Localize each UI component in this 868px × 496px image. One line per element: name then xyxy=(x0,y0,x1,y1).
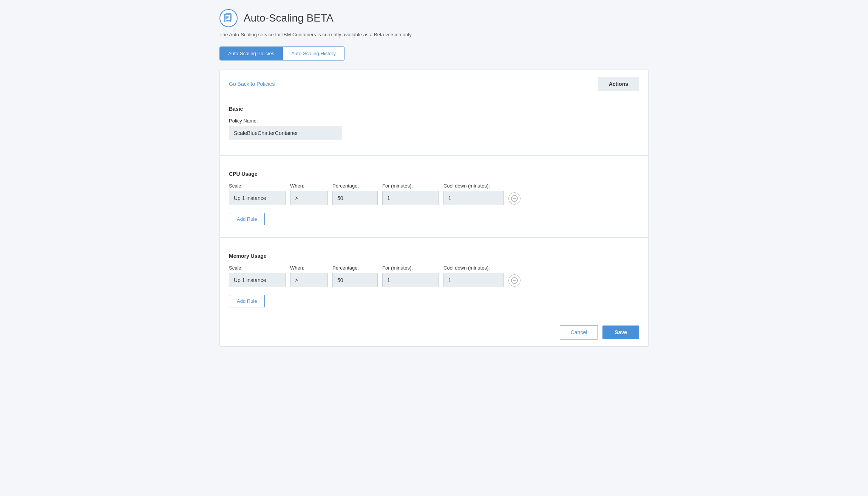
cpu-for-label: For (minutes): xyxy=(382,183,439,189)
cpu-section-title: CPU Usage xyxy=(229,171,257,177)
cancel-button[interactable]: Cancel xyxy=(560,325,598,339)
memory-when-field: When: xyxy=(290,265,328,287)
content-area: Go Back to Policies Actions Basic Policy… xyxy=(219,70,649,347)
memory-scale-field: Scale: xyxy=(229,265,286,287)
cpu-percentage-input[interactable] xyxy=(332,191,378,205)
cpu-for-input[interactable] xyxy=(382,191,439,205)
basic-cpu-separator xyxy=(220,155,648,156)
cpu-percentage-label: Percentage: xyxy=(332,183,378,189)
actions-button[interactable]: Actions xyxy=(598,77,639,91)
memory-percentage-input[interactable] xyxy=(332,273,378,287)
memory-when-label: When: xyxy=(290,265,328,271)
policy-name-field: Policy Name: xyxy=(229,118,639,140)
memory-cooldown-input[interactable] xyxy=(443,273,504,287)
cpu-when-input[interactable] xyxy=(290,191,328,205)
cpu-cooldown-input[interactable] xyxy=(443,191,504,205)
memory-percentage-label: Percentage: xyxy=(332,265,378,271)
cpu-cooldown-label: Cool down (minutes): xyxy=(443,183,504,189)
memory-scale-input[interactable] xyxy=(229,273,286,287)
cpu-for-field: For (minutes): xyxy=(382,183,439,205)
memory-remove-rule-button[interactable] xyxy=(508,274,520,287)
memory-for-field: For (minutes): xyxy=(382,265,439,287)
page-subtitle: The Auto-Scaling service for IBM Contain… xyxy=(219,32,649,37)
page-header: Auto-Scaling BETA xyxy=(219,9,649,27)
tab-auto-scaling-history[interactable]: Auto-Scaling History xyxy=(283,46,344,60)
memory-section-title: Memory Usage xyxy=(229,253,267,259)
cpu-scale-input[interactable] xyxy=(229,191,286,205)
cpu-section: CPU Usage Scale: When: Percentage: xyxy=(220,163,648,236)
save-button[interactable]: Save xyxy=(602,326,639,339)
cpu-percentage-field: Percentage: xyxy=(332,183,378,205)
memory-section-header: Memory Usage xyxy=(229,253,639,259)
go-back-link[interactable]: Go Back to Policies xyxy=(229,81,275,87)
basic-section-divider xyxy=(247,109,639,109)
policy-name-label: Policy Name: xyxy=(229,118,639,124)
cpu-add-rule-button[interactable]: Add Rule xyxy=(229,213,265,225)
policy-name-input[interactable] xyxy=(229,126,342,140)
tab-auto-scaling-policies[interactable]: Auto-Scaling Policies xyxy=(219,46,283,60)
memory-scale-label: Scale: xyxy=(229,265,286,271)
memory-add-rule-button[interactable]: Add Rule xyxy=(229,295,265,307)
memory-when-input[interactable] xyxy=(290,273,328,287)
memory-section: Memory Usage Scale: When: Percentage: xyxy=(220,245,648,318)
memory-section-divider xyxy=(271,256,639,256)
memory-percentage-field: Percentage: xyxy=(332,265,378,287)
cpu-when-field: When: xyxy=(290,183,328,205)
tab-bar: Auto-Scaling Policies Auto-Scaling Histo… xyxy=(219,46,649,60)
cpu-when-label: When: xyxy=(290,183,328,189)
memory-cooldown-label: Cool down (minutes): xyxy=(443,265,504,271)
cpu-section-divider xyxy=(262,174,639,174)
cpu-section-header: CPU Usage xyxy=(229,171,639,177)
memory-rule-row-0: Scale: When: Percentage: For (minutes): … xyxy=(229,265,639,287)
basic-section: Basic Policy Name: xyxy=(220,98,648,154)
memory-for-input[interactable] xyxy=(382,273,439,287)
cpu-scale-field: Scale: xyxy=(229,183,286,205)
app-icon xyxy=(219,9,238,27)
memory-cooldown-field: Cool down (minutes): xyxy=(443,265,504,287)
cpu-scale-label: Scale: xyxy=(229,183,286,189)
page-title: Auto-Scaling BETA xyxy=(244,12,334,24)
svg-rect-0 xyxy=(224,14,230,22)
bottom-bar: Cancel Save xyxy=(220,318,648,346)
memory-for-label: For (minutes): xyxy=(382,265,439,271)
basic-section-title: Basic xyxy=(229,106,243,112)
basic-section-header: Basic xyxy=(229,106,639,112)
cpu-cooldown-field: Cool down (minutes): xyxy=(443,183,504,205)
cpu-memory-separator xyxy=(220,237,648,238)
cpu-rule-row-0: Scale: When: Percentage: For (minutes): … xyxy=(229,183,639,205)
cpu-remove-rule-button[interactable] xyxy=(508,192,520,205)
top-bar: Go Back to Policies Actions xyxy=(220,70,648,98)
